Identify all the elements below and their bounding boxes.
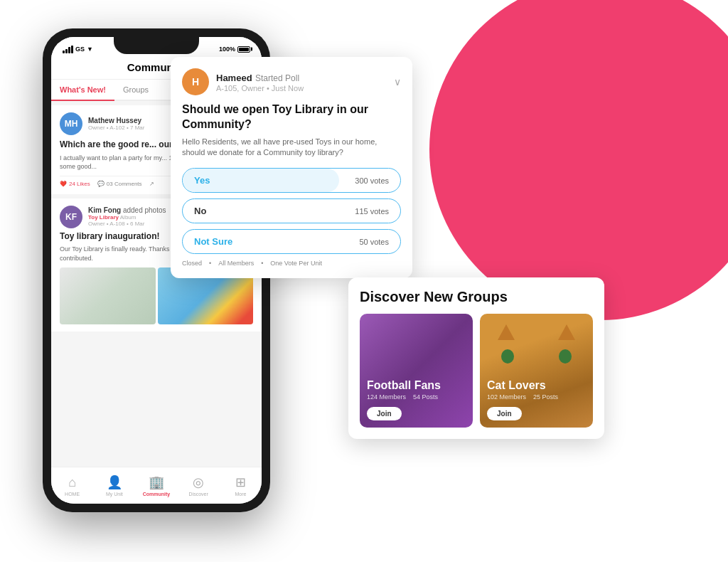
community-label: Community — [143, 492, 171, 497]
status-right: 100% — [219, 46, 250, 53]
like-button[interactable]: ❤️ 24 Likes — [60, 181, 90, 187]
heart-icon: ❤️ — [60, 181, 67, 187]
battery-percent: 100% — [219, 46, 235, 53]
comment-icon: 💬 — [97, 181, 105, 187]
poll-card: H Hameed Started Poll A-105, Owner • Jus… — [171, 57, 412, 278]
nav-my-unit[interactable]: 👤 My Unit — [93, 474, 135, 497]
network-label: GS — [75, 46, 85, 53]
poll-option-no[interactable]: No 115 votes — [182, 198, 401, 223]
poll-option-notsure-votes: 50 votes — [359, 238, 389, 246]
football-overlay: Football Fans 124 Members 54 Posts Join — [360, 371, 473, 428]
poll-status: Closed — [182, 260, 202, 267]
poll-option-yes-votes: 300 votes — [355, 176, 389, 185]
share-icon: ↗ — [149, 181, 154, 187]
nav-home[interactable]: ⌂ HOME — [51, 475, 93, 497]
football-group-name: Football Fans — [367, 378, 466, 392]
background-blob — [429, 0, 728, 320]
discover-label: Discover — [189, 492, 208, 497]
poll-rule: One Vote Per Unit — [270, 260, 322, 267]
nav-more[interactable]: ⊞ More — [220, 474, 262, 497]
poll-audience: All Members — [218, 260, 254, 267]
group-item-cats[interactable]: Cat Lovers 102 Members 25 Posts Join — [480, 314, 593, 428]
chevron-down-icon[interactable]: ∨ — [394, 76, 401, 88]
poll-header: H Hameed Started Poll A-105, Owner • Jus… — [182, 68, 401, 95]
poll-option-notsure-label: Not Sure — [194, 236, 232, 247]
nav-community[interactable]: 🏢 Community — [135, 474, 177, 497]
status-left: GS ▼ — [63, 46, 93, 53]
cat-eye-left — [501, 349, 514, 364]
poll-title: Should we open Toy Library in our Commun… — [182, 102, 401, 132]
poll-option-no-label: No — [194, 206, 206, 216]
poll-username-row: Hameed Started Poll — [216, 71, 387, 84]
avatar-kim: KF — [60, 206, 82, 228]
football-group-stats: 124 Members 54 Posts — [367, 393, 466, 401]
action-label: added photos — [123, 206, 166, 214]
comment-button[interactable]: 💬 03 Comments — [97, 181, 142, 187]
home-icon: ⌂ — [68, 475, 76, 490]
poll-option-yes[interactable]: Yes 300 votes — [182, 168, 401, 193]
poll-option-yes-label: Yes — [194, 175, 210, 186]
poll-action-text: Started Poll — [255, 73, 299, 83]
bottom-nav: ⌂ HOME 👤 My Unit 🏢 Community ◎ Discover … — [51, 467, 262, 504]
groups-grid: Football Fans 124 Members 54 Posts Join … — [360, 314, 593, 428]
more-label: More — [235, 492, 246, 497]
groups-discover-card: Discover New Groups Football Fans 124 Me… — [348, 277, 604, 439]
cat-ear-left — [498, 324, 515, 340]
wifi-icon: ▼ — [87, 46, 93, 53]
more-icon: ⊞ — [235, 474, 246, 490]
group-item-football[interactable]: Football Fans 124 Members 54 Posts Join — [360, 314, 473, 428]
cats-group-stats: 102 Members 25 Posts — [487, 393, 586, 401]
discover-icon: ◎ — [193, 474, 204, 490]
cats-group-name: Cat Lovers — [487, 378, 586, 392]
football-join-button[interactable]: Join — [367, 407, 402, 420]
groups-card-title: Discover New Groups — [360, 289, 593, 305]
likes-count: 24 Likes — [69, 181, 90, 187]
nav-discover[interactable]: ◎ Discover — [178, 474, 220, 497]
signal-bars — [63, 46, 73, 53]
my-unit-label: My Unit — [106, 492, 123, 497]
tab-groups[interactable]: Groups — [114, 80, 157, 100]
comments-count: 03 Comments — [107, 181, 142, 187]
community-icon: 🏢 — [149, 474, 164, 490]
home-label: HOME — [65, 492, 80, 497]
cats-join-button[interactable]: Join — [487, 407, 522, 420]
poll-avatar: H — [182, 68, 209, 95]
toy-photo-1 — [60, 267, 156, 324]
album-name: Toy Library — [88, 214, 119, 221]
cat-eye-right — [559, 349, 572, 364]
my-unit-icon: 👤 — [107, 474, 122, 490]
poll-user-info: Hameed Started Poll A-105, Owner • Just … — [216, 71, 387, 92]
poll-meta: A-105, Owner • Just Now — [216, 84, 387, 92]
cats-overlay: Cat Lovers 102 Members 25 Posts Join — [480, 371, 593, 428]
tab-whats-new[interactable]: What's New! — [51, 80, 114, 100]
share-button[interactable]: ↗ — [149, 181, 154, 187]
poll-description: Hello Residents, we all have pre-used To… — [182, 137, 401, 159]
cat-ear-right — [558, 324, 575, 340]
poll-option-no-votes: 115 votes — [355, 207, 389, 216]
poll-footer: Closed • All Members • One Vote Per Unit — [182, 260, 401, 267]
poll-username: Hameed — [216, 73, 252, 83]
avatar-mathew: MH — [60, 112, 82, 135]
phone-notch — [114, 37, 199, 54]
poll-option-notsure[interactable]: Not Sure 50 votes — [182, 229, 401, 254]
battery-icon — [237, 46, 250, 53]
